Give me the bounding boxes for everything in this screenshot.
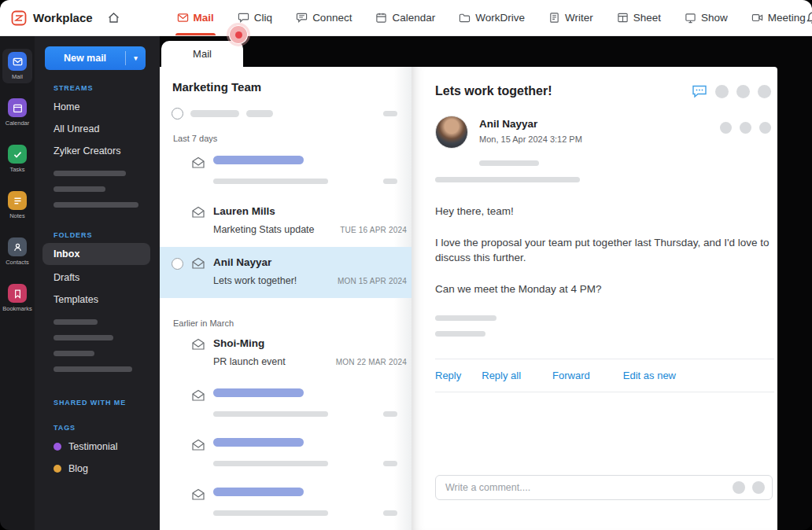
message-timestamp: Mon, 15 Apr 2024 3:12 PM (479, 134, 582, 144)
message-subject: Lets work together! (435, 84, 552, 98)
divider (435, 392, 774, 392)
brand-name: Workplace (33, 11, 93, 24)
nav-writer[interactable]: Writer (548, 0, 593, 35)
forward-link[interactable]: Forward (552, 370, 590, 381)
rail-item-tasks[interactable]: Tasks (2, 142, 32, 176)
select-ring-icon[interactable] (172, 258, 183, 270)
rail-item-bookmarks[interactable]: Bookmarks (2, 281, 32, 315)
rail-item-notes[interactable]: Notes (2, 188, 32, 223)
bookmarks-app-icon (8, 284, 27, 303)
rail-label: Mail (12, 73, 23, 80)
toolbar-placeholder-icon[interactable] (758, 85, 771, 98)
cursor-dot (235, 31, 242, 39)
chevron-down-icon[interactable]: ▾ (125, 51, 146, 65)
body-paragraph: I love the proposal your team put togeth… (435, 235, 773, 266)
message-actions-icons (720, 116, 774, 134)
sidebar-placeholder-bars (35, 319, 160, 372)
comment-bubble-icon[interactable] (692, 84, 707, 98)
sender-avatar[interactable] (435, 116, 468, 149)
nav-show[interactable]: Show (685, 0, 728, 35)
reading-toolbar (692, 84, 774, 98)
email-row-placeholder[interactable] (160, 379, 412, 429)
sidebar-item-inbox[interactable]: Inbox (42, 243, 150, 265)
reply-all-link[interactable]: Reply all (482, 370, 521, 381)
nav-calendar[interactable]: Calendar (375, 0, 435, 35)
nav-connect[interactable]: Connect (296, 0, 352, 35)
reading-pane: Lets work together! (412, 67, 777, 530)
placeholder-sender-bar (213, 388, 304, 397)
sidebar-item-home[interactable]: Home (35, 96, 160, 118)
rail-item-calendar[interactable]: Calendar (2, 95, 32, 130)
mail-app-icon (8, 52, 27, 71)
new-mail-button[interactable]: New mail ▾ (45, 46, 146, 70)
nav-mail[interactable]: Mail (177, 0, 214, 35)
envelope-icon (191, 389, 205, 402)
sender-block: Anil Nayyar Mon, 15 Apr 2024 3:12 PM (435, 116, 774, 149)
tab-row: Mail (160, 36, 812, 67)
tag-color-dot (54, 443, 61, 451)
rail-label: Notes (9, 212, 25, 219)
email-row-lauren-mills[interactable]: Lauren Mills Marketing Stats update TUE … (160, 196, 412, 247)
rail-item-mail[interactable]: Mail (2, 49, 32, 83)
email-row-anil-nayyar[interactable]: Anil Nayyar Lets work together! MON 15 A… (160, 247, 412, 298)
placeholder-subject-bar (213, 510, 328, 516)
tag-testimonial[interactable]: Testimonial (35, 436, 160, 458)
app-window: Workplace Mail Cliq (0, 0, 812, 530)
comment-send-placeholder-icon[interactable] (752, 481, 765, 494)
rail-label: Contacts (6, 259, 29, 266)
email-row-placeholder[interactable] (160, 478, 412, 528)
shared-section-label: SHARED WITH ME (54, 399, 160, 407)
sidebar-item-drafts[interactable]: Drafts (35, 267, 160, 289)
toolbar-placeholder-icon[interactable] (715, 85, 729, 98)
main-area: Mail Marketing Team Last 7 days (160, 36, 812, 530)
select-ring-icon[interactable] (172, 108, 183, 120)
placeholder-pill (383, 461, 397, 466)
tasks-app-icon (8, 145, 27, 164)
toolbar-placeholder-icon[interactable] (736, 85, 750, 98)
collapsed-thread-row[interactable] (160, 94, 412, 120)
message-action-placeholder-icon[interactable] (759, 122, 771, 134)
writer-icon (548, 12, 560, 24)
envelope-icon (191, 156, 205, 169)
home-icon[interactable] (107, 11, 120, 24)
email-row-placeholder[interactable] (160, 146, 412, 196)
sidebar-item-templates[interactable]: Templates (35, 289, 160, 311)
email-date: MON 15 APR 2024 (338, 277, 407, 285)
tab-mail[interactable]: Mail (161, 41, 243, 67)
tag-blog[interactable]: Blog (35, 458, 160, 480)
nav-workdrive[interactable]: WorkDrive (459, 0, 525, 35)
message-action-placeholder-icon[interactable] (740, 122, 751, 134)
notifications-button[interactable]: 5 (806, 11, 812, 25)
tag-label: Blog (68, 463, 88, 474)
reading-header: Lets work together! (435, 84, 774, 98)
comment-input[interactable] (445, 482, 725, 493)
email-row-placeholder[interactable] (160, 429, 412, 478)
comment-attachment-placeholder-icon[interactable] (733, 481, 745, 494)
message-action-placeholder-icon[interactable] (720, 122, 732, 134)
email-sender: Shoi-Ming (213, 337, 407, 349)
new-mail-label: New mail (45, 53, 125, 64)
placeholder-bar (246, 110, 273, 117)
placeholder-bar (54, 366, 132, 372)
sidebar-placeholder-bars (35, 171, 160, 208)
nav-sheet[interactable]: Sheet (617, 0, 661, 35)
placeholder-bar (435, 315, 496, 321)
rail-item-contacts[interactable]: Contacts (2, 234, 32, 269)
envelope-icon (191, 439, 205, 451)
nav-meeting[interactable]: Meeting (751, 0, 806, 35)
sidebar-item-all-unread[interactable]: All Unread (35, 118, 160, 140)
brand[interactable]: Workplace (11, 10, 93, 26)
nav-label: Show (701, 12, 728, 24)
reply-link[interactable]: Reply (435, 370, 461, 381)
list-title: Marketing Team (160, 80, 412, 94)
nav-label: WorkDrive (475, 12, 525, 24)
placeholder-subject-bar (213, 179, 328, 184)
placeholder-bar (190, 110, 239, 117)
email-list-panel: Marketing Team Last 7 days (160, 67, 412, 530)
email-row-shoi-ming[interactable]: Shoi-Ming PR launch event MON 22 MAR 202… (160, 331, 412, 379)
placeholder-bar (54, 351, 94, 356)
sidebar-item-zylker-creators[interactable]: Zylker Creators (35, 140, 160, 162)
tags-section-label: TAGS (54, 424, 160, 432)
email-subject: Marketing Stats update (213, 224, 315, 235)
edit-as-new-link[interactable]: Edit as new (623, 370, 676, 381)
